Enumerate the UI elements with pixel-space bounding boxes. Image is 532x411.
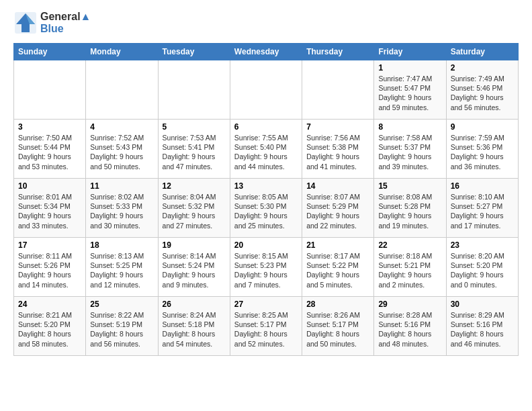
- calendar-cell: 4Sunrise: 7:52 AM Sunset: 5:43 PM Daylig…: [86, 120, 158, 179]
- day-number: 21: [306, 240, 369, 250]
- day-info: Sunrise: 8:10 AM Sunset: 5:27 PM Dayligh…: [451, 192, 514, 230]
- day-number: 4: [90, 122, 153, 132]
- calendar-cell: 15Sunrise: 8:08 AM Sunset: 5:28 PM Dayli…: [374, 179, 446, 238]
- day-info: Sunrise: 8:21 AM Sunset: 5:20 PM Dayligh…: [18, 310, 81, 349]
- day-number: 17: [18, 240, 81, 250]
- day-info: Sunrise: 7:49 AM Sunset: 5:46 PM Dayligh…: [451, 74, 514, 112]
- day-number: 22: [378, 240, 441, 250]
- day-number: 28: [306, 300, 369, 309]
- calendar-cell: 7Sunrise: 7:56 AM Sunset: 5:38 PM Daylig…: [302, 120, 374, 179]
- day-info: Sunrise: 8:13 AM Sunset: 5:25 PM Dayligh…: [90, 251, 153, 289]
- day-number: 27: [234, 300, 298, 309]
- calendar-cell: 25Sunrise: 8:22 AM Sunset: 5:19 PM Dayli…: [86, 297, 158, 356]
- logo: General▲ Blue: [13, 11, 91, 35]
- day-number: 14: [306, 181, 369, 191]
- page-container: General▲ Blue SundayMondayTuesdayWednesd…: [0, 0, 532, 367]
- calendar-cell: 11Sunrise: 8:02 AM Sunset: 5:33 PM Dayli…: [86, 179, 158, 238]
- day-number: 3: [18, 122, 81, 132]
- day-number: 16: [451, 181, 514, 191]
- day-header-thursday: Thursday: [302, 44, 374, 60]
- calendar-cell: 27Sunrise: 8:25 AM Sunset: 5:17 PM Dayli…: [230, 297, 302, 356]
- week-row-3: 10Sunrise: 8:01 AM Sunset: 5:34 PM Dayli…: [14, 179, 519, 238]
- calendar-cell: 16Sunrise: 8:10 AM Sunset: 5:27 PM Dayli…: [446, 179, 518, 238]
- day-info: Sunrise: 8:02 AM Sunset: 5:33 PM Dayligh…: [90, 192, 153, 230]
- header-row: SundayMondayTuesdayWednesdayThursdayFrid…: [14, 44, 519, 60]
- day-info: Sunrise: 8:17 AM Sunset: 5:22 PM Dayligh…: [306, 251, 369, 289]
- day-header-tuesday: Tuesday: [158, 44, 230, 60]
- calendar-cell: 1Sunrise: 7:47 AM Sunset: 5:47 PM Daylig…: [374, 60, 446, 120]
- day-number: 12: [163, 181, 226, 191]
- day-info: Sunrise: 8:29 AM Sunset: 5:16 PM Dayligh…: [451, 310, 514, 349]
- day-number: 23: [451, 240, 514, 250]
- calendar-cell: 13Sunrise: 8:05 AM Sunset: 5:30 PM Dayli…: [230, 179, 302, 238]
- day-info: Sunrise: 8:22 AM Sunset: 5:19 PM Dayligh…: [90, 310, 153, 349]
- day-number: 30: [451, 300, 514, 309]
- day-info: Sunrise: 8:04 AM Sunset: 5:32 PM Dayligh…: [163, 192, 226, 230]
- calendar-cell: 6Sunrise: 7:55 AM Sunset: 5:40 PM Daylig…: [230, 120, 302, 179]
- day-info: Sunrise: 8:11 AM Sunset: 5:26 PM Dayligh…: [18, 251, 81, 289]
- calendar-cell: 9Sunrise: 7:59 AM Sunset: 5:36 PM Daylig…: [446, 120, 518, 179]
- day-info: Sunrise: 8:18 AM Sunset: 5:21 PM Dayligh…: [378, 251, 441, 289]
- day-info: Sunrise: 8:01 AM Sunset: 5:34 PM Dayligh…: [18, 192, 81, 230]
- day-info: Sunrise: 8:25 AM Sunset: 5:17 PM Dayligh…: [234, 310, 298, 349]
- week-row-4: 17Sunrise: 8:11 AM Sunset: 5:26 PM Dayli…: [14, 238, 519, 297]
- day-info: Sunrise: 8:26 AM Sunset: 5:17 PM Dayligh…: [306, 310, 369, 349]
- calendar-cell: 28Sunrise: 8:26 AM Sunset: 5:17 PM Dayli…: [302, 297, 374, 356]
- day-number: 26: [163, 300, 226, 309]
- calendar-cell: [14, 60, 86, 120]
- day-number: 19: [163, 240, 226, 250]
- header: General▲ Blue: [13, 11, 519, 35]
- day-header-wednesday: Wednesday: [230, 44, 302, 60]
- calendar-cell: [158, 60, 230, 120]
- day-number: 15: [378, 181, 441, 191]
- week-row-1: 1Sunrise: 7:47 AM Sunset: 5:47 PM Daylig…: [14, 60, 519, 120]
- calendar-cell: 21Sunrise: 8:17 AM Sunset: 5:22 PM Dayli…: [302, 238, 374, 297]
- day-header-sunday: Sunday: [14, 44, 86, 60]
- calendar-cell: 14Sunrise: 8:07 AM Sunset: 5:29 PM Dayli…: [302, 179, 374, 238]
- day-number: 6: [234, 122, 298, 132]
- calendar-cell: [302, 60, 374, 120]
- logo-text: General▲ Blue: [40, 11, 91, 35]
- day-number: 8: [378, 122, 441, 132]
- day-info: Sunrise: 8:15 AM Sunset: 5:23 PM Dayligh…: [234, 251, 298, 289]
- calendar-cell: 10Sunrise: 8:01 AM Sunset: 5:34 PM Dayli…: [14, 179, 86, 238]
- logo-icon: [13, 11, 38, 35]
- day-info: Sunrise: 7:50 AM Sunset: 5:44 PM Dayligh…: [18, 133, 81, 171]
- calendar-table: SundayMondayTuesdayWednesdayThursdayFrid…: [13, 43, 519, 356]
- day-header-monday: Monday: [86, 44, 158, 60]
- day-number: 13: [234, 181, 298, 191]
- calendar-cell: 22Sunrise: 8:18 AM Sunset: 5:21 PM Dayli…: [374, 238, 446, 297]
- calendar-cell: 30Sunrise: 8:29 AM Sunset: 5:16 PM Dayli…: [446, 297, 518, 356]
- day-info: Sunrise: 8:24 AM Sunset: 5:18 PM Dayligh…: [163, 310, 226, 349]
- calendar-cell: 19Sunrise: 8:14 AM Sunset: 5:24 PM Dayli…: [158, 238, 230, 297]
- calendar-cell: 17Sunrise: 8:11 AM Sunset: 5:26 PM Dayli…: [14, 238, 86, 297]
- day-info: Sunrise: 7:55 AM Sunset: 5:40 PM Dayligh…: [234, 133, 298, 171]
- day-info: Sunrise: 8:07 AM Sunset: 5:29 PM Dayligh…: [306, 192, 369, 230]
- day-info: Sunrise: 7:53 AM Sunset: 5:41 PM Dayligh…: [163, 133, 226, 171]
- calendar-cell: [86, 60, 158, 120]
- day-info: Sunrise: 7:47 AM Sunset: 5:47 PM Dayligh…: [378, 74, 441, 112]
- day-number: 2: [451, 63, 514, 73]
- day-info: Sunrise: 8:20 AM Sunset: 5:20 PM Dayligh…: [451, 251, 514, 289]
- calendar-cell: 8Sunrise: 7:58 AM Sunset: 5:37 PM Daylig…: [374, 120, 446, 179]
- day-number: 9: [451, 122, 514, 132]
- calendar-cell: 29Sunrise: 8:28 AM Sunset: 5:16 PM Dayli…: [374, 297, 446, 356]
- day-info: Sunrise: 7:52 AM Sunset: 5:43 PM Dayligh…: [90, 133, 153, 171]
- day-info: Sunrise: 8:05 AM Sunset: 5:30 PM Dayligh…: [234, 192, 298, 230]
- day-info: Sunrise: 8:08 AM Sunset: 5:28 PM Dayligh…: [378, 192, 441, 230]
- day-number: 1: [378, 63, 441, 73]
- calendar-cell: 23Sunrise: 8:20 AM Sunset: 5:20 PM Dayli…: [446, 238, 518, 297]
- calendar-cell: 26Sunrise: 8:24 AM Sunset: 5:18 PM Dayli…: [158, 297, 230, 356]
- calendar-cell: 24Sunrise: 8:21 AM Sunset: 5:20 PM Dayli…: [14, 297, 86, 356]
- day-number: 11: [90, 181, 153, 191]
- day-info: Sunrise: 8:14 AM Sunset: 5:24 PM Dayligh…: [163, 251, 226, 289]
- day-number: 7: [306, 122, 369, 132]
- day-info: Sunrise: 7:59 AM Sunset: 5:36 PM Dayligh…: [451, 133, 514, 171]
- day-number: 29: [378, 300, 441, 309]
- calendar-cell: 2Sunrise: 7:49 AM Sunset: 5:46 PM Daylig…: [446, 60, 518, 120]
- day-number: 10: [18, 181, 81, 191]
- calendar-cell: 18Sunrise: 8:13 AM Sunset: 5:25 PM Dayli…: [86, 238, 158, 297]
- day-info: Sunrise: 8:28 AM Sunset: 5:16 PM Dayligh…: [378, 310, 441, 349]
- calendar-cell: 12Sunrise: 8:04 AM Sunset: 5:32 PM Dayli…: [158, 179, 230, 238]
- day-number: 18: [90, 240, 153, 250]
